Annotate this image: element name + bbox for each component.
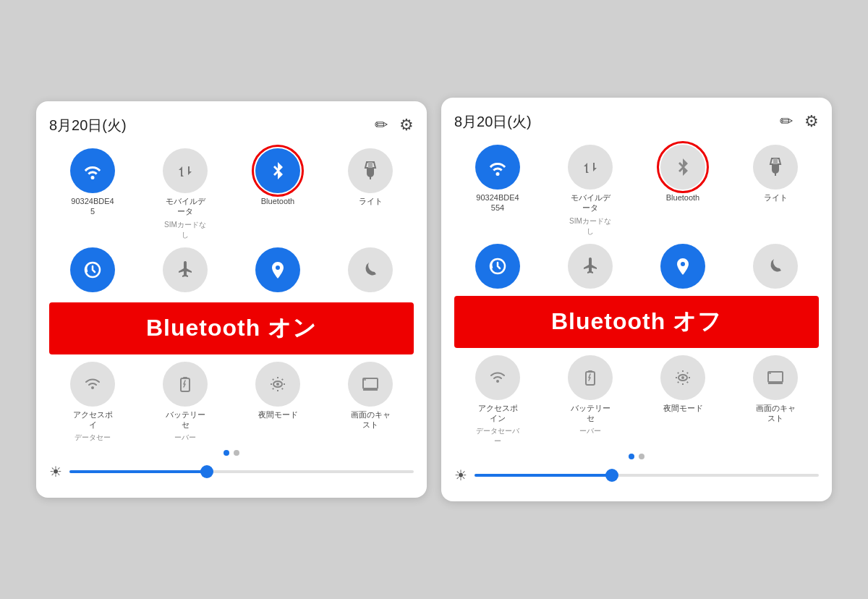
- left-edit-icon[interactable]: ✏: [375, 116, 388, 135]
- svg-rect-12: [588, 370, 592, 373]
- right-tiles-row3: アクセスポイン データセーバー バッテリーセ ーバー: [454, 355, 819, 447]
- right-tile-moon[interactable]: [732, 244, 819, 289]
- right-mobile-sublabel: SIMカードなし: [568, 216, 613, 237]
- left-tile-moon[interactable]: [327, 247, 414, 295]
- left-wifi-circle: [70, 148, 115, 193]
- svg-point-14: [681, 376, 684, 379]
- right-dot-1[interactable]: [629, 454, 634, 459]
- right-screenlock-circle: [475, 244, 520, 289]
- left-hotspot-circle: [70, 362, 115, 407]
- right-header: 8月20日(火) ✏ ⚙: [454, 112, 819, 132]
- left-tiles-row3: アクセスポイ データセー バッテリーセ ーバー 夜間: [49, 362, 414, 443]
- right-nightmode-label: 夜間モード: [663, 403, 703, 413]
- left-battery-sublabel: ーバー: [174, 433, 196, 443]
- left-tiles-row1: 90324BDE45 モバイルデータ SIMカードなし Bluetooth ライ…: [49, 148, 414, 240]
- right-settings-icon[interactable]: ⚙: [804, 112, 819, 131]
- left-moon-circle: [348, 247, 393, 292]
- right-dot-2[interactable]: [639, 454, 644, 459]
- left-nightmode-label: 夜間モード: [258, 409, 298, 420]
- left-mobile-label: モバイルデータ: [163, 196, 208, 217]
- right-tile-airplane[interactable]: [547, 244, 634, 289]
- left-header-icons: ✏ ⚙: [375, 116, 414, 135]
- right-tile-flashlight[interactable]: ライト: [732, 145, 819, 237]
- svg-rect-3: [183, 377, 187, 379]
- right-tile-mobile[interactable]: モバイルデータ SIMカードなし: [547, 145, 634, 237]
- left-flashlight-label: ライト: [359, 196, 383, 206]
- right-tile-wifi[interactable]: 90324BDE4554: [454, 145, 541, 237]
- left-mobile-circle: [163, 148, 208, 193]
- left-tile-screenlock[interactable]: [49, 247, 136, 295]
- left-banner: Bluetooth オン: [49, 302, 414, 354]
- right-battery-sublabel: ーバー: [579, 426, 601, 436]
- right-cast-circle: [753, 355, 798, 400]
- svg-point-10: [496, 380, 499, 383]
- right-brightness-thumb[interactable]: [605, 469, 618, 482]
- right-hotspot-label: アクセスポイン: [475, 403, 520, 424]
- left-bluetooth-label: Bluetooth: [261, 196, 294, 206]
- left-settings-icon[interactable]: ⚙: [399, 116, 414, 135]
- right-tile-cast[interactable]: 画面のキャスト: [732, 355, 819, 447]
- right-banner: Bluetooth オフ: [454, 296, 819, 348]
- left-dots: [49, 450, 414, 456]
- left-brightness-fill: [69, 470, 207, 473]
- left-tile-nightmode[interactable]: 夜間モード: [234, 362, 321, 443]
- left-screenlock-circle: [70, 247, 115, 292]
- left-hotspot-label: アクセスポイ: [70, 409, 115, 430]
- left-tile-wifi[interactable]: 90324BDE45: [49, 148, 136, 240]
- left-tile-hotspot[interactable]: アクセスポイ データセー: [49, 362, 136, 443]
- right-flashlight-label: ライト: [764, 192, 788, 203]
- right-brightness-track[interactable]: [475, 474, 819, 477]
- right-hotspot-sublabel: データセーバー: [475, 426, 520, 446]
- right-flashlight-circle: [753, 145, 798, 190]
- right-edit-icon[interactable]: ✏: [780, 112, 793, 131]
- right-tile-battery[interactable]: バッテリーセ ーバー: [547, 355, 634, 447]
- svg-point-1: [91, 386, 94, 389]
- right-cast-label: 画面のキャスト: [753, 403, 798, 424]
- left-brightness-track[interactable]: [69, 470, 414, 473]
- right-tiles-row1: 90324BDE4554 モバイルデータ SIMカードなし Bluetooth …: [454, 145, 819, 237]
- right-tile-bluetooth[interactable]: Bluetooth: [639, 145, 726, 237]
- right-brightness: ☀: [454, 467, 819, 484]
- left-flashlight-circle: [348, 148, 393, 193]
- right-tile-nightmode[interactable]: 夜間モード: [639, 355, 726, 447]
- left-cast-circle: [348, 362, 393, 407]
- right-mobile-circle: [568, 145, 613, 190]
- left-location-circle: [255, 247, 300, 292]
- left-battery-circle: [163, 362, 208, 407]
- right-tile-hotspot[interactable]: アクセスポイン データセーバー: [454, 355, 541, 447]
- left-tile-flashlight[interactable]: ライト: [327, 148, 414, 240]
- left-date: 8月20日(火): [49, 116, 127, 135]
- left-wifi-label: 90324BDE45: [70, 196, 115, 217]
- left-tile-airplane[interactable]: [142, 247, 229, 295]
- right-airplane-circle: [568, 244, 613, 289]
- left-brightness: ☀: [49, 463, 414, 480]
- right-tile-screenlock[interactable]: [454, 244, 541, 289]
- right-bluetooth-circle: [660, 145, 705, 190]
- left-dot-2[interactable]: [234, 450, 239, 456]
- right-battery-label: バッテリーセ: [568, 403, 613, 424]
- right-brightness-fill: [475, 474, 612, 477]
- left-battery-label: バッテリーセ: [163, 409, 208, 430]
- left-mobile-sublabel: SIMカードなし: [163, 220, 208, 240]
- svg-point-5: [276, 383, 279, 386]
- left-tile-battery[interactable]: バッテリーセ ーバー: [142, 362, 229, 443]
- left-bluetooth-circle: [255, 148, 300, 193]
- right-hotspot-circle: [475, 355, 520, 400]
- right-wifi-label: 90324BDE4554: [475, 192, 520, 213]
- right-location-circle: [660, 244, 705, 289]
- left-tiles-row2: [49, 247, 414, 295]
- right-bluetooth-label: Bluetooth: [666, 192, 699, 203]
- left-brightness-thumb[interactable]: [200, 465, 213, 478]
- right-panel: 8月20日(火) ✏ ⚙ 90324BDE4554 モバイルデータ SIMカード…: [441, 98, 832, 501]
- right-mobile-label: モバイルデータ: [568, 192, 613, 213]
- right-header-icons: ✏ ⚙: [780, 112, 819, 131]
- left-panel: 8月20日(火) ✏ ⚙ 90324BDE45 モバイルデータ SIMカードなし: [36, 101, 427, 498]
- right-brightness-icon: ☀: [454, 467, 467, 484]
- right-nightmode-circle: [660, 355, 705, 400]
- left-dot-1[interactable]: [224, 450, 229, 456]
- left-tile-location[interactable]: [234, 247, 321, 295]
- left-tile-bluetooth[interactable]: Bluetooth: [234, 148, 321, 240]
- right-tile-location[interactable]: [639, 244, 726, 289]
- left-tile-cast[interactable]: 画面のキャスト: [327, 362, 414, 443]
- left-tile-mobile[interactable]: モバイルデータ SIMカードなし: [142, 148, 229, 240]
